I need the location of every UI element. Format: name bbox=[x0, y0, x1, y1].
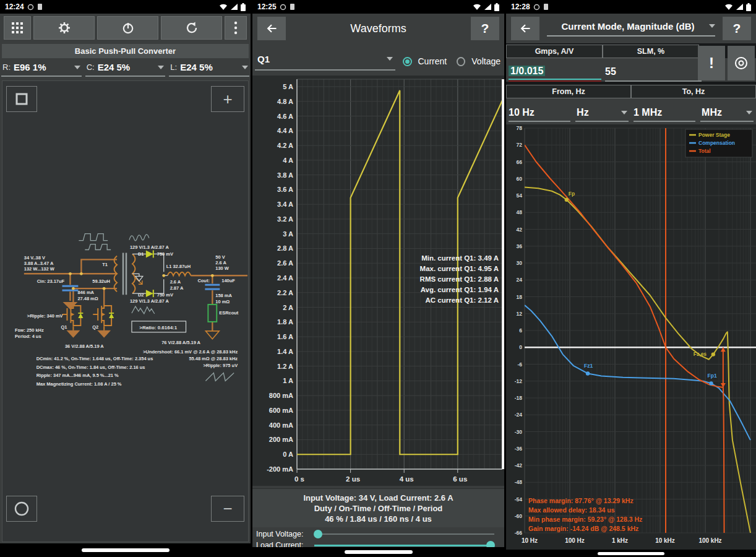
cell-signal-icon bbox=[736, 3, 744, 11]
schematic-label: Q1 bbox=[61, 324, 67, 330]
margin-stat-line: Gain margin: -14.24 dB @ 248.5 kHz bbox=[528, 525, 638, 532]
input-voltage-slider-row: Input Voltage: bbox=[256, 529, 500, 540]
schematic-label: 50 V bbox=[215, 254, 225, 260]
schematic-label: Cout: bbox=[197, 278, 209, 283]
ground-symbol bbox=[205, 331, 219, 339]
secondary-wires bbox=[132, 254, 168, 293]
resistor-series-value: E96 1% bbox=[14, 62, 71, 72]
slm-header: SLM, % bbox=[603, 45, 699, 58]
warnings-button[interactable]: ! bbox=[698, 46, 725, 80]
from-value-input[interactable]: 10 Hz bbox=[509, 107, 535, 118]
info-line: Input Voltage: 34 V, Load Current: 2.6 A bbox=[252, 493, 504, 503]
db-tick-label: 0 bbox=[519, 344, 522, 350]
schematic-label: 3.88 A..3.47 A bbox=[24, 261, 54, 266]
status-location-icon bbox=[27, 4, 34, 11]
schematic-label: 140uF bbox=[221, 278, 235, 283]
bode-marker-label: Fp bbox=[569, 191, 575, 197]
legend-label: Power St­age bbox=[698, 132, 730, 138]
db-tick-label: 6 bbox=[519, 327, 522, 334]
settings-button[interactable] bbox=[33, 16, 95, 40]
back-button[interactable] bbox=[511, 17, 539, 40]
gesture-nav-bar[interactable] bbox=[0, 543, 251, 557]
chevron-down-icon bbox=[387, 57, 393, 61]
y-axis-tick-label: 4.8 A bbox=[277, 98, 293, 105]
help-button[interactable]: ? bbox=[723, 17, 751, 40]
target-icon bbox=[733, 55, 749, 71]
device-select[interactable]: Q1 bbox=[255, 53, 395, 71]
db-tick-label: 66 bbox=[517, 159, 523, 165]
y-axis-tick-label: 400 mA bbox=[269, 421, 293, 429]
info-line: Duty / On-Time / Off-Time / Period bbox=[252, 504, 504, 513]
apps-grid-button[interactable] bbox=[4, 16, 31, 40]
to-unit-select[interactable]: MHz bbox=[700, 107, 754, 122]
schematic-label: 55.48 mΩ @ 28.83 kHz bbox=[189, 356, 238, 361]
y-axis-tick-label: 1.2 A bbox=[277, 363, 293, 370]
y-axis-tick-label: 1.4 A bbox=[277, 348, 293, 355]
overflow-menu-button[interactable] bbox=[225, 16, 247, 40]
gesture-nav-bar[interactable] bbox=[252, 547, 504, 557]
capacitor-series-label: C: bbox=[87, 63, 95, 72]
nav-pill[interactable] bbox=[345, 550, 413, 554]
status-time: 12:25 bbox=[257, 2, 277, 11]
from-unit-value: Hz bbox=[577, 107, 621, 118]
resistor-series-label: R: bbox=[2, 63, 11, 72]
fit-view-button[interactable] bbox=[6, 86, 37, 112]
freq-tick-label: 10 kHz bbox=[655, 537, 675, 544]
x-axis-tick-label: 0 s bbox=[294, 475, 304, 483]
schematic-label: >Ripple: 340 mV bbox=[27, 313, 63, 319]
resistor-series-select[interactable]: R: E96 1% bbox=[1, 61, 82, 77]
slm-input[interactable]: 55 bbox=[605, 66, 616, 77]
target-button[interactable] bbox=[728, 46, 755, 80]
inductor-series-label: L: bbox=[170, 63, 177, 72]
y-axis-tick-label: 2.2 A bbox=[277, 289, 293, 296]
gmps-input[interactable]: 1/0.015 bbox=[509, 66, 545, 76]
radio-voltage[interactable] bbox=[457, 57, 465, 66]
circle-icon bbox=[14, 501, 30, 517]
schematic-label: Fsw: 250 kHz bbox=[15, 327, 44, 333]
schematic-label: 59.32uH bbox=[92, 278, 110, 284]
y-axis-tick-label: 1.8 A bbox=[277, 318, 293, 326]
app-header: Waveforms ? bbox=[252, 14, 504, 43]
radio-current[interactable] bbox=[403, 57, 412, 66]
from-unit-select[interactable]: Hz bbox=[575, 107, 629, 122]
power-icon bbox=[121, 20, 135, 35]
input-voltage-slider[interactable] bbox=[314, 529, 494, 540]
zoom-in-button[interactable]: + bbox=[211, 86, 244, 112]
help-button[interactable]: ? bbox=[471, 17, 499, 40]
db-tick-label: 30 bbox=[517, 260, 523, 266]
zoom-out-button[interactable]: − bbox=[211, 496, 244, 522]
inductor-series-value: E24 5% bbox=[180, 62, 239, 72]
capacitor-series-select[interactable]: C: E24 5% bbox=[85, 61, 166, 77]
inductor-series-select[interactable]: L: E24 5% bbox=[169, 61, 249, 77]
slider-thumb[interactable] bbox=[314, 530, 322, 538]
schematic-canvas[interactable]: 34 V..38 V3.88 A..3.47 A132 W...132 WCin… bbox=[2, 80, 249, 542]
to-value-input[interactable]: 1 MHz bbox=[634, 107, 662, 118]
gesture-nav-bar[interactable] bbox=[506, 550, 756, 557]
y-axis-tick-label: 2 A bbox=[283, 304, 293, 311]
db-tick-label: 42 bbox=[517, 227, 523, 233]
margin-stat-line: Phase margin: 87.76° @ 13.29 kHz bbox=[528, 497, 634, 504]
schematic-label: 129 V/1.3 A/2.87 A bbox=[130, 244, 169, 250]
waveform-stat-line: AC current Q1: 2.12 A bbox=[426, 296, 499, 304]
nav-pill[interactable] bbox=[598, 552, 664, 555]
orbit-button[interactable] bbox=[6, 496, 37, 522]
chevron-down-icon bbox=[746, 111, 752, 114]
waveform-chart[interactable]: 5 A4.8 A4.6 A4.4 A4.2 A4 A3.8 A3.6 A3.4 … bbox=[252, 76, 504, 486]
power-button[interactable] bbox=[97, 16, 158, 40]
mode-select[interactable]: Current Mode, Magnitude (dB) bbox=[547, 21, 715, 37]
page-title[interactable]: Basic Push-Pull Converter bbox=[2, 44, 249, 58]
y-axis-tick-label: 2.6 A bbox=[277, 259, 293, 267]
nav-pill[interactable] bbox=[82, 548, 170, 552]
db-tick-label: 24 bbox=[517, 277, 523, 283]
db-tick-label: 54 bbox=[517, 192, 523, 199]
db-tick-label: 12 bbox=[517, 311, 523, 317]
reload-button[interactable] bbox=[161, 16, 222, 40]
bode-chart[interactable]: 78726660544842363024181260-6-12-18-24-30… bbox=[506, 124, 756, 553]
cell-signal-icon bbox=[484, 3, 492, 11]
battery-icon bbox=[241, 3, 246, 11]
device-select-value: Q1 bbox=[257, 54, 387, 64]
back-button[interactable] bbox=[257, 17, 286, 40]
wifi-icon bbox=[473, 3, 481, 11]
y-axis-tick-label: 200 mA bbox=[269, 436, 293, 443]
status-time: 12:28 bbox=[511, 2, 530, 11]
